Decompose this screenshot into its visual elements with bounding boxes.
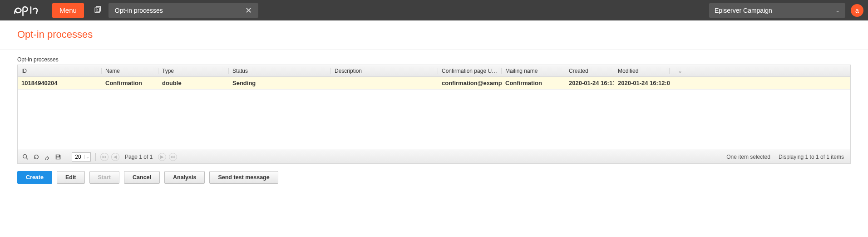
col-description[interactable]: Description	[331, 68, 438, 74]
windows-icon: 1	[93, 6, 102, 15]
cell-type: double	[158, 80, 229, 86]
search-icon[interactable]	[21, 153, 30, 161]
prev-page-button[interactable]: ◀	[111, 153, 119, 161]
page-size-selector[interactable]: ⌄	[72, 152, 91, 161]
col-mailing-name[interactable]: Mailing name	[502, 68, 565, 74]
epi-logo-icon	[13, 5, 44, 16]
page-title: Opt-in processes	[17, 29, 851, 40]
cell-confirmation-url: confirmation@exampl	[438, 80, 502, 86]
create-button[interactable]: Create	[17, 171, 52, 184]
cell-mailing-name: Confirmation	[502, 80, 565, 86]
epi-logo[interactable]	[0, 5, 52, 16]
optin-panel: Opt-in processes ID Name Type Status Des…	[17, 56, 851, 164]
refresh-icon[interactable]	[32, 153, 40, 161]
next-page-button[interactable]: ▶	[158, 153, 166, 161]
page-size-dropdown-icon[interactable]: ⌄	[84, 155, 90, 159]
grid-body: 10184940204 Confirmation double Sending …	[18, 77, 850, 150]
svg-rect-5	[57, 155, 59, 156]
menu-button[interactable]: Menu	[52, 3, 84, 18]
client-label: Episerver Campaign	[715, 7, 772, 14]
cancel-button[interactable]: Cancel	[124, 171, 160, 184]
topbar: Menu 1 Opt-in processes ✕ Episerver Camp…	[0, 0, 868, 20]
page-indicator: Page 1 of 1	[125, 154, 153, 160]
svg-line-4	[26, 157, 28, 159]
col-id[interactable]: ID	[18, 68, 102, 74]
col-confirmation-url[interactable]: Confirmation page URL	[438, 68, 502, 74]
avatar-letter: a	[855, 7, 859, 14]
send-test-button[interactable]: Send test message	[209, 171, 278, 184]
cell-id: 10184940204	[18, 80, 102, 86]
windows-button[interactable]: 1	[90, 3, 105, 18]
start-button: Start	[89, 171, 119, 184]
cell-status: Sending	[229, 80, 331, 86]
col-status[interactable]: Status	[229, 68, 331, 74]
last-page-button[interactable]: ⏭	[169, 153, 177, 161]
client-selector[interactable]: Episerver Campaign ⌄	[709, 3, 845, 18]
active-tab[interactable]: Opt-in processes ✕	[108, 3, 258, 18]
eraser-icon[interactable]	[43, 153, 51, 161]
col-created[interactable]: Created	[565, 68, 614, 74]
cell-modified: 2020-01-24 16:12:00	[614, 80, 670, 86]
column-menu-button[interactable]: ⌄	[670, 68, 690, 74]
grid-header-row: ID Name Type Status Description Confirma…	[18, 65, 850, 77]
chevron-down-icon: ⌄	[835, 7, 840, 14]
data-grid: ID Name Type Status Description Confirma…	[17, 65, 851, 164]
close-tab-icon[interactable]: ✕	[243, 5, 254, 15]
save-icon[interactable]	[54, 153, 62, 161]
col-type[interactable]: Type	[158, 68, 229, 74]
analysis-button[interactable]: Analysis	[164, 171, 205, 184]
cell-created: 2020-01-24 16:11:	[565, 80, 614, 86]
panel-heading: Opt-in processes	[17, 56, 851, 63]
display-status: Displaying 1 to 1 of 1 items	[779, 154, 844, 160]
svg-rect-6	[57, 157, 60, 159]
page-title-bar: Opt-in processes	[0, 20, 868, 50]
page-size-input[interactable]	[72, 154, 84, 160]
grid-toolbar: ⌄ ⏮ ◀ Page 1 of 1 ▶ ⏭ One item selected …	[18, 150, 850, 163]
svg-point-3	[23, 154, 27, 158]
col-modified[interactable]: Modified	[614, 68, 670, 74]
action-bar: Create Edit Start Cancel Analysis Send t…	[17, 171, 851, 184]
selection-status: One item selected	[726, 154, 770, 160]
tab-title: Opt-in processes	[115, 7, 163, 14]
user-avatar[interactable]: a	[851, 4, 863, 17]
table-row[interactable]: 10184940204 Confirmation double Sending …	[18, 77, 850, 90]
col-name[interactable]: Name	[102, 68, 158, 74]
first-page-button[interactable]: ⏮	[100, 153, 108, 161]
svg-text:1: 1	[97, 8, 99, 12]
edit-button[interactable]: Edit	[57, 171, 85, 184]
cell-name: Confirmation	[102, 80, 158, 86]
